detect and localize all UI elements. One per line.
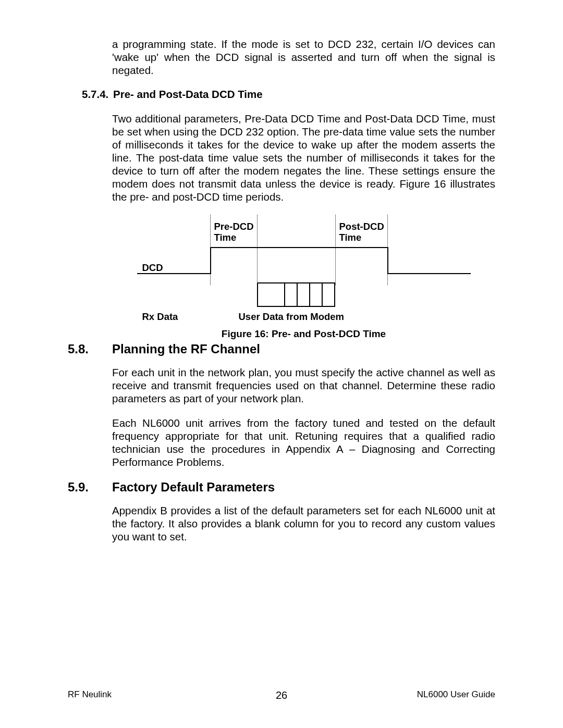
userdata-box <box>257 282 258 307</box>
dcd-wave <box>210 247 387 248</box>
userdata-box <box>334 282 335 307</box>
user-data-label: User Data from Modem <box>239 311 345 322</box>
s58-paragraph-1: For each unit in the network plan, you m… <box>112 366 495 405</box>
dcd-wave <box>387 247 388 274</box>
footer-left: RF Neulink <box>68 689 112 700</box>
intro-paragraph: a programming state. If the mode is set … <box>112 38 495 77</box>
userdata-tick <box>284 282 285 307</box>
heading-number: 5.9. <box>68 480 112 495</box>
footer-page-number: 26 <box>276 689 287 701</box>
heading-title: Factory Default Parameters <box>112 480 275 495</box>
dcd-label: DCD <box>142 262 163 273</box>
vdash <box>257 215 258 285</box>
heading-title: Pre- and Post-Data DCD Time <box>113 88 263 101</box>
rx-data-label: Rx Data <box>142 311 178 322</box>
dcd-wave <box>210 247 211 274</box>
footer-right: NL6000 User Guide <box>417 689 495 700</box>
s574-paragraph: Two additional parameters, Pre-Data DCD … <box>112 112 495 203</box>
vdash <box>335 215 336 285</box>
s58-paragraph-2: Each NL6000 unit arrives from the factor… <box>112 416 495 468</box>
heading-5-9: 5.9. Factory Default Parameters <box>68 480 495 495</box>
heading-title: Planning the RF Channel <box>112 342 260 356</box>
figure-16-caption: Figure 16: Pre- and Post-DCD Time <box>112 328 495 340</box>
dcd-wave <box>387 273 471 274</box>
userdata-box <box>257 306 335 307</box>
pre-dcd-label: Pre-DCD Time <box>214 221 254 243</box>
page-footer: RF Neulink 26 NL6000 User Guide <box>68 689 495 700</box>
userdata-tick <box>309 282 310 307</box>
dcd-wave <box>137 273 210 274</box>
userdata-box <box>257 282 335 283</box>
heading-5-7-4: 5.7.4. Pre- and Post-Data DCD Time <box>68 88 495 101</box>
post-dcd-label: Post-DCD Time <box>339 221 384 243</box>
figure-16-diagram: Pre-DCD Time Post-DCD Time DCD Rx Data U… <box>137 215 471 324</box>
userdata-tick <box>322 282 323 307</box>
figure-16: Pre-DCD Time Post-DCD Time DCD Rx Data U… <box>112 215 495 340</box>
heading-number: 5.7.4. <box>82 88 113 101</box>
userdata-tick <box>297 282 298 307</box>
heading-number: 5.8. <box>68 342 112 356</box>
page: a programming state. If the mode is set … <box>0 0 563 728</box>
heading-5-8: 5.8. Planning the RF Channel <box>68 342 495 356</box>
s59-paragraph-1: Appendix B provides a list of the defaul… <box>112 504 495 543</box>
